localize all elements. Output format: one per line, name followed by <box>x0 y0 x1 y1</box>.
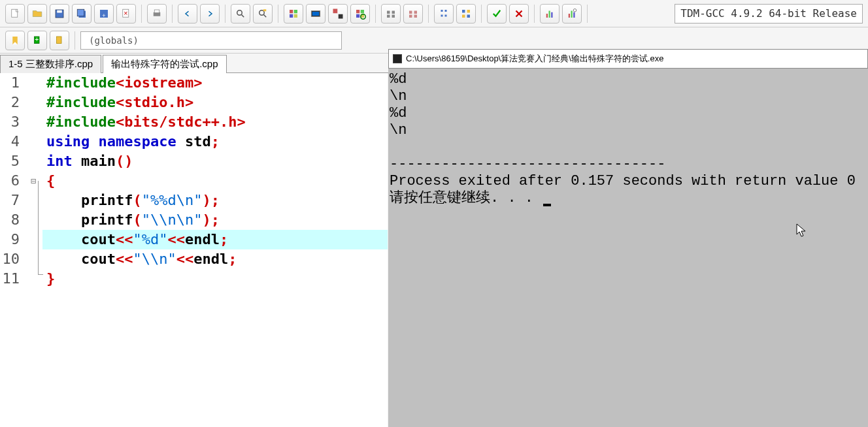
code-line[interactable]: { <box>42 171 388 191</box>
compile-button[interactable] <box>284 4 303 24</box>
line-number: 7 <box>0 191 20 210</box>
svg-rect-21 <box>339 14 343 18</box>
console-cursor <box>543 204 551 206</box>
code-line[interactable]: } <box>42 269 388 289</box>
svg-rect-13 <box>263 9 267 11</box>
goto-button[interactable]: + <box>27 31 47 50</box>
profile-button[interactable] <box>540 4 559 24</box>
line-number: 5 <box>0 151 20 171</box>
svg-rect-32 <box>414 10 418 14</box>
save-all-button[interactable] <box>72 4 92 24</box>
undo-button[interactable] <box>178 4 197 24</box>
open-file-button[interactable] <box>27 4 47 24</box>
code-line[interactable]: #include<iostream> <box>42 73 388 93</box>
svg-text:+: + <box>35 35 39 43</box>
code-line[interactable]: #include<stdio.h> <box>42 93 388 112</box>
svg-rect-37 <box>441 14 443 16</box>
fold-guide <box>38 181 39 274</box>
code-line[interactable]: printf("\\n\n"); <box>42 210 388 230</box>
svg-text:×: × <box>124 9 127 17</box>
svg-rect-15 <box>294 10 297 13</box>
stop-button[interactable] <box>509 4 529 24</box>
toolbar-separator <box>587 5 588 23</box>
console-title: C:\Users\86159\Desktop\算法竞赛入门经典\输出特殊字符的尝… <box>406 53 663 65</box>
console-icon <box>393 54 402 63</box>
svg-rect-17 <box>294 14 297 17</box>
replace-button[interactable] <box>253 4 273 24</box>
svg-rect-27 <box>387 10 390 14</box>
code-content[interactable]: #include<iostream> #include<stdio.h> #in… <box>42 73 388 289</box>
new-file-button[interactable] <box>5 4 25 24</box>
line-number: 11 <box>0 269 20 289</box>
console-press-key: 请按任意键继续. . . <box>390 190 542 206</box>
debug-button[interactable] <box>381 4 401 24</box>
code-line-highlighted[interactable]: cout<<"%d"<<endl; <box>42 230 388 249</box>
code-line[interactable]: printf("%%d\n"); <box>42 191 388 210</box>
code-line[interactable]: using namespace std; <box>42 132 388 151</box>
svg-rect-36 <box>445 10 447 12</box>
svg-rect-48 <box>573 12 575 17</box>
toolbar-separator <box>141 5 142 23</box>
save-button[interactable] <box>50 4 69 24</box>
code-line[interactable]: int main() <box>42 151 388 171</box>
svg-rect-20 <box>333 8 338 13</box>
console-titlebar[interactable]: C:\Users\86159\Desktop\算法竞赛入门经典\输出特殊字符的尝… <box>388 49 868 69</box>
rebuild-button[interactable] <box>350 4 370 24</box>
code-editor[interactable]: 1 2 3 4 5 6 7 8 9 10 11 ⊟ #include<iostr… <box>0 73 388 427</box>
svg-rect-31 <box>409 10 412 14</box>
find-button[interactable] <box>231 4 250 24</box>
svg-rect-28 <box>392 10 395 14</box>
close-button[interactable]: × <box>116 4 136 24</box>
main-toolbar: + × TDM-GCC 4.9.2 64-bit Release <box>0 0 868 27</box>
svg-rect-30 <box>392 14 395 18</box>
svg-rect-40 <box>467 10 471 13</box>
console-exit-line: Process exited after 0.157 seconds with … <box>390 173 856 189</box>
svg-rect-45 <box>551 12 552 17</box>
bookmark-button[interactable] <box>5 31 25 50</box>
console-output[interactable]: %d \n %d \n ----------------------------… <box>388 69 868 427</box>
svg-rect-24 <box>356 14 359 17</box>
svg-rect-2 <box>57 10 62 12</box>
toolbar-separator <box>375 5 376 23</box>
redo-button[interactable] <box>200 4 220 24</box>
line-number: 8 <box>0 210 20 230</box>
code-line[interactable]: cout<<"\\n"<<endl; <box>42 249 388 269</box>
tab-file-1[interactable]: 1-5 三整数排序.cpp <box>0 55 101 73</box>
line-number: 6 <box>0 171 20 191</box>
svg-rect-23 <box>361 10 364 13</box>
code-line[interactable]: #include<bits/stdc++.h> <box>42 112 388 132</box>
compiler-selector[interactable]: TDM-GCC 4.9.2 64-bit Release <box>675 4 863 24</box>
svg-point-49 <box>573 8 576 12</box>
check-button[interactable] <box>487 4 507 24</box>
save-as-button[interactable]: + <box>94 4 114 24</box>
line-number: 2 <box>0 93 20 112</box>
svg-rect-33 <box>409 14 412 18</box>
step-over-button[interactable] <box>434 4 454 24</box>
line-number: 1 <box>0 73 20 93</box>
svg-rect-19 <box>312 12 320 16</box>
toolbar-separator <box>75 31 75 50</box>
profile-results-button[interactable] <box>562 4 582 24</box>
svg-rect-39 <box>462 10 465 13</box>
console-line: %d <box>390 71 407 87</box>
mouse-cursor-icon <box>758 206 809 260</box>
svg-rect-4 <box>77 9 84 16</box>
svg-rect-34 <box>414 14 418 18</box>
svg-rect-42 <box>467 14 471 18</box>
svg-rect-44 <box>549 10 550 18</box>
toggle-button[interactable] <box>50 31 69 50</box>
console-line: -------------------------------- <box>390 156 665 172</box>
toolbar-separator <box>534 5 535 23</box>
print-button[interactable] <box>147 4 167 24</box>
run-button[interactable] <box>306 4 326 24</box>
debug-alt-button[interactable] <box>403 4 423 24</box>
svg-rect-22 <box>356 10 359 13</box>
console-line: \n <box>390 122 407 138</box>
svg-rect-16 <box>290 14 293 17</box>
svg-rect-43 <box>546 14 548 18</box>
svg-point-11 <box>237 10 242 15</box>
scope-selector[interactable]: (globals) <box>80 31 342 50</box>
compile-run-button[interactable] <box>328 4 348 24</box>
tab-file-2[interactable]: 输出特殊字符的尝试.cpp <box>103 55 226 73</box>
step-into-button[interactable] <box>456 4 476 24</box>
